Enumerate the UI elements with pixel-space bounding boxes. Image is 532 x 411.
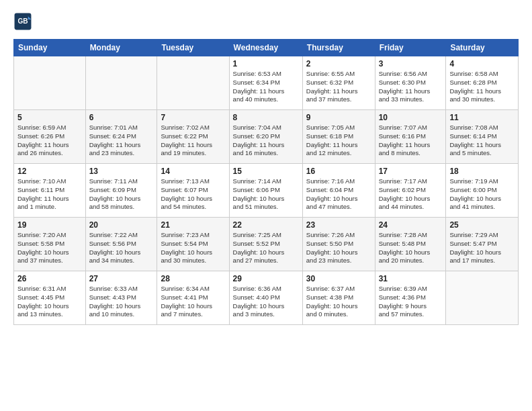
day-number: 1 xyxy=(233,59,299,68)
day-number: 7 xyxy=(161,113,225,122)
calendar-cell: 31Sunrise: 6:39 AM Sunset: 4:36 PM Dayli… xyxy=(375,271,446,325)
calendar-cell: 7Sunrise: 7:02 AM Sunset: 6:22 PM Daylig… xyxy=(157,110,229,164)
calendar-cell: 1Sunrise: 6:53 AM Sunset: 6:34 PM Daylig… xyxy=(229,56,302,110)
day-number: 25 xyxy=(449,220,515,230)
logo-icon: GB xyxy=(13,12,32,31)
day-info: Sunrise: 6:55 AM Sunset: 6:32 PM Dayligh… xyxy=(306,70,371,104)
day-number: 31 xyxy=(379,274,443,283)
calendar-cell: 30Sunrise: 6:37 AM Sunset: 4:38 PM Dayli… xyxy=(302,271,375,325)
day-info: Sunrise: 6:36 AM Sunset: 4:40 PM Dayligh… xyxy=(233,285,299,319)
calendar-cell: 16Sunrise: 7:16 AM Sunset: 6:04 PM Dayli… xyxy=(302,164,375,218)
day-number: 6 xyxy=(89,113,154,122)
day-info: Sunrise: 7:08 AM Sunset: 6:14 PM Dayligh… xyxy=(449,124,515,158)
calendar-cell xyxy=(85,56,157,110)
calendar-cell: 5Sunrise: 6:59 AM Sunset: 6:26 PM Daylig… xyxy=(14,110,86,164)
day-info: Sunrise: 7:20 AM Sunset: 5:58 PM Dayligh… xyxy=(17,231,82,265)
calendar-cell: 10Sunrise: 7:07 AM Sunset: 6:16 PM Dayli… xyxy=(375,110,446,164)
calendar-week-5: 26Sunrise: 6:31 AM Sunset: 4:45 PM Dayli… xyxy=(14,271,519,325)
calendar-table: SundayMondayTuesdayWednesdayThursdayFrid… xyxy=(13,39,519,325)
day-info: Sunrise: 7:14 AM Sunset: 6:06 PM Dayligh… xyxy=(233,177,299,212)
day-info: Sunrise: 6:56 AM Sunset: 6:30 PM Dayligh… xyxy=(379,70,443,104)
day-number: 24 xyxy=(379,220,443,230)
calendar-cell: 2Sunrise: 6:55 AM Sunset: 6:32 PM Daylig… xyxy=(302,56,375,110)
calendar-week-3: 12Sunrise: 7:10 AM Sunset: 6:11 PM Dayli… xyxy=(14,164,519,218)
day-info: Sunrise: 7:29 AM Sunset: 5:47 PM Dayligh… xyxy=(449,231,515,265)
day-number: 29 xyxy=(233,274,299,283)
day-info: Sunrise: 7:26 AM Sunset: 5:50 PM Dayligh… xyxy=(306,231,371,265)
day-info: Sunrise: 7:23 AM Sunset: 5:54 PM Dayligh… xyxy=(161,231,225,265)
calendar-cell: 13Sunrise: 7:11 AM Sunset: 6:09 PM Dayli… xyxy=(85,164,157,218)
day-info: Sunrise: 7:16 AM Sunset: 6:04 PM Dayligh… xyxy=(306,177,371,212)
calendar-cell: 26Sunrise: 6:31 AM Sunset: 4:45 PM Dayli… xyxy=(14,271,86,325)
day-number: 23 xyxy=(306,220,371,230)
calendar-cell: 14Sunrise: 7:13 AM Sunset: 6:07 PM Dayli… xyxy=(157,164,229,218)
header: GB xyxy=(13,12,519,31)
day-number: 2 xyxy=(306,59,371,68)
day-number: 12 xyxy=(17,167,82,176)
calendar-cell: 20Sunrise: 7:22 AM Sunset: 5:56 PM Dayli… xyxy=(85,218,157,271)
weekday-header-sunday: Sunday xyxy=(14,40,86,56)
day-info: Sunrise: 7:10 AM Sunset: 6:11 PM Dayligh… xyxy=(17,177,82,212)
day-number: 18 xyxy=(449,167,515,176)
calendar-cell: 21Sunrise: 7:23 AM Sunset: 5:54 PM Dayli… xyxy=(157,218,229,271)
day-number: 8 xyxy=(233,113,299,122)
calendar-cell: 3Sunrise: 6:56 AM Sunset: 6:30 PM Daylig… xyxy=(375,56,446,110)
day-number: 20 xyxy=(89,220,154,230)
day-number: 13 xyxy=(89,167,154,176)
weekday-header-tuesday: Tuesday xyxy=(157,40,229,56)
calendar-cell: 24Sunrise: 7:28 AM Sunset: 5:48 PM Dayli… xyxy=(375,218,446,271)
calendar-cell: 29Sunrise: 6:36 AM Sunset: 4:40 PM Dayli… xyxy=(229,271,302,325)
day-number: 27 xyxy=(89,274,154,283)
day-info: Sunrise: 7:04 AM Sunset: 6:20 PM Dayligh… xyxy=(233,124,299,158)
calendar-cell xyxy=(157,56,229,110)
day-number: 9 xyxy=(306,113,371,122)
day-info: Sunrise: 6:39 AM Sunset: 4:36 PM Dayligh… xyxy=(379,285,443,319)
day-info: Sunrise: 7:25 AM Sunset: 5:52 PM Dayligh… xyxy=(233,231,299,265)
day-number: 30 xyxy=(306,274,371,283)
calendar-cell: 15Sunrise: 7:14 AM Sunset: 6:06 PM Dayli… xyxy=(229,164,302,218)
calendar-cell: 8Sunrise: 7:04 AM Sunset: 6:20 PM Daylig… xyxy=(229,110,302,164)
calendar-cell: 23Sunrise: 7:26 AM Sunset: 5:50 PM Dayli… xyxy=(302,218,375,271)
day-info: Sunrise: 7:11 AM Sunset: 6:09 PM Dayligh… xyxy=(89,177,154,212)
day-info: Sunrise: 6:59 AM Sunset: 6:26 PM Dayligh… xyxy=(17,124,82,158)
day-info: Sunrise: 6:31 AM Sunset: 4:45 PM Dayligh… xyxy=(17,285,82,319)
weekday-header-saturday: Saturday xyxy=(446,40,519,56)
day-number: 10 xyxy=(379,113,443,122)
day-number: 19 xyxy=(17,220,82,230)
page: GB SundayMondayTuesdayWednesdayThursdayF… xyxy=(0,0,532,411)
logo: GB xyxy=(13,12,35,31)
calendar-cell: 25Sunrise: 7:29 AM Sunset: 5:47 PM Dayli… xyxy=(446,218,519,271)
calendar-cell: 6Sunrise: 7:01 AM Sunset: 6:24 PM Daylig… xyxy=(85,110,157,164)
day-info: Sunrise: 7:05 AM Sunset: 6:18 PM Dayligh… xyxy=(306,124,371,158)
day-number: 26 xyxy=(17,274,82,283)
calendar-cell: 18Sunrise: 7:19 AM Sunset: 6:00 PM Dayli… xyxy=(446,164,519,218)
weekday-header-thursday: Thursday xyxy=(302,40,375,56)
day-number: 3 xyxy=(379,59,443,68)
calendar-header-row: SundayMondayTuesdayWednesdayThursdayFrid… xyxy=(14,40,519,56)
day-info: Sunrise: 7:28 AM Sunset: 5:48 PM Dayligh… xyxy=(379,231,443,265)
day-info: Sunrise: 7:07 AM Sunset: 6:16 PM Dayligh… xyxy=(379,124,443,158)
day-info: Sunrise: 7:13 AM Sunset: 6:07 PM Dayligh… xyxy=(161,177,225,212)
day-number: 21 xyxy=(161,220,225,230)
calendar-cell xyxy=(14,56,86,110)
day-number: 5 xyxy=(17,113,82,122)
calendar-cell: 27Sunrise: 6:33 AM Sunset: 4:43 PM Dayli… xyxy=(85,271,157,325)
calendar-cell: 19Sunrise: 7:20 AM Sunset: 5:58 PM Dayli… xyxy=(14,218,86,271)
day-number: 14 xyxy=(161,167,225,176)
weekday-header-friday: Friday xyxy=(375,40,446,56)
day-info: Sunrise: 7:22 AM Sunset: 5:56 PM Dayligh… xyxy=(89,231,154,265)
weekday-header-wednesday: Wednesday xyxy=(229,40,302,56)
day-number: 11 xyxy=(449,113,515,122)
day-number: 17 xyxy=(379,167,443,176)
day-number: 22 xyxy=(233,220,299,230)
day-info: Sunrise: 6:33 AM Sunset: 4:43 PM Dayligh… xyxy=(89,285,154,319)
calendar-week-2: 5Sunrise: 6:59 AM Sunset: 6:26 PM Daylig… xyxy=(14,110,519,164)
calendar-cell: 28Sunrise: 6:34 AM Sunset: 4:41 PM Dayli… xyxy=(157,271,229,325)
calendar-cell: 4Sunrise: 6:58 AM Sunset: 6:28 PM Daylig… xyxy=(446,56,519,110)
day-number: 16 xyxy=(306,167,371,176)
weekday-header-monday: Monday xyxy=(85,40,157,56)
calendar-cell: 17Sunrise: 7:17 AM Sunset: 6:02 PM Dayli… xyxy=(375,164,446,218)
day-number: 28 xyxy=(161,274,225,283)
calendar-cell: 12Sunrise: 7:10 AM Sunset: 6:11 PM Dayli… xyxy=(14,164,86,218)
day-info: Sunrise: 6:53 AM Sunset: 6:34 PM Dayligh… xyxy=(233,70,299,104)
